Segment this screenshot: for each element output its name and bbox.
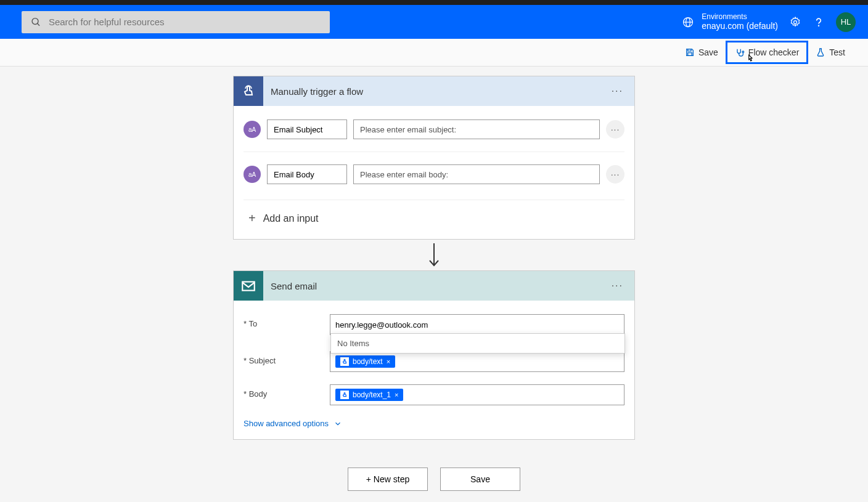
- subject-label: * Subject: [244, 351, 324, 365]
- token-trigger-icon: [340, 391, 349, 399]
- svg-point-9: [742, 51, 744, 53]
- action-card-header[interactable]: Send email ···: [234, 271, 634, 301]
- input-placeholder-field[interactable]: Please enter email subject:: [353, 119, 600, 139]
- to-label: * To: [244, 314, 324, 328]
- action-card: Send email ··· * To henry.legge@outlook.…: [233, 270, 635, 440]
- suggestions-dropdown[interactable]: No Items: [330, 333, 625, 354]
- arrow-down-icon: [427, 242, 441, 268]
- show-advanced-label: Show advanced options: [244, 419, 329, 428]
- app-header: Environments enayu.com (default) HL: [0, 5, 868, 39]
- connector-arrow: [427, 240, 441, 270]
- svg-rect-8: [688, 53, 692, 56]
- input-options-button[interactable]: ···: [606, 120, 624, 139]
- chevron-down-icon: [334, 419, 342, 428]
- save-icon: [685, 47, 695, 57]
- trigger-icon-box: [234, 76, 263, 106]
- trigger-input-row: aA Email Subject Please enter email subj…: [244, 113, 624, 145]
- browser-chrome-dark: [0, 0, 868, 5]
- search-input[interactable]: [49, 17, 321, 27]
- trigger-menu-button[interactable]: ···: [600, 86, 634, 97]
- svg-point-0: [32, 18, 38, 24]
- token-trigger-icon: [340, 357, 349, 366]
- environment-selector[interactable]: Environments enayu.com (default): [682, 12, 778, 31]
- to-field[interactable]: henry.legge@outlook.com No Items: [330, 314, 624, 335]
- help-icon[interactable]: [813, 16, 825, 28]
- action-menu-button[interactable]: ···: [600, 280, 634, 291]
- stethoscope-icon: [735, 47, 745, 57]
- action-body: * To henry.legge@outlook.com No Items * …: [234, 301, 634, 439]
- user-avatar[interactable]: HL: [836, 12, 856, 32]
- input-placeholder-field[interactable]: Please enter email body:: [353, 164, 600, 184]
- flow-checker-label: Flow checker: [748, 47, 799, 57]
- new-step-button[interactable]: + New step: [348, 468, 428, 491]
- search-box[interactable]: [22, 11, 330, 33]
- settings-icon[interactable]: [789, 16, 801, 28]
- flow-canvas: Manually trigger a flow ··· aA Email Sub…: [0, 67, 868, 502]
- test-button-label: Test: [829, 47, 845, 57]
- save-button[interactable]: Save: [678, 43, 726, 62]
- save-button-label: Save: [698, 47, 718, 57]
- environment-label: Environments: [702, 12, 778, 21]
- action-icon-box: [234, 271, 263, 301]
- globe-icon: [682, 16, 694, 28]
- token-remove-icon[interactable]: ×: [387, 358, 390, 365]
- subject-field[interactable]: body/text ×: [330, 351, 624, 372]
- toolbar: Save Flow checker Test: [0, 39, 868, 67]
- trigger-input-row: aA Email Body Please enter email body: ·…: [244, 152, 624, 190]
- text-type-badge: aA: [244, 121, 261, 138]
- to-value: henry.legge@outlook.com: [335, 320, 428, 330]
- svg-point-5: [794, 20, 797, 23]
- header-right: Environments enayu.com (default) HL: [682, 12, 856, 32]
- svg-point-6: [819, 25, 819, 26]
- dropdown-no-items: No Items: [337, 339, 369, 348]
- dynamic-token[interactable]: body/text ×: [335, 355, 395, 368]
- flow-checker-button[interactable]: Flow checker: [726, 41, 808, 64]
- trigger-body: aA Email Subject Please enter email subj…: [234, 106, 634, 239]
- add-input-button[interactable]: + Add an input: [244, 211, 624, 225]
- body-field-row: * Body body/text_1 ×: [244, 378, 624, 411]
- svg-rect-7: [688, 49, 691, 51]
- add-input-row: + Add an input: [244, 200, 624, 232]
- test-button[interactable]: Test: [808, 43, 853, 62]
- bottom-button-row: + New step Save: [348, 468, 520, 491]
- dynamic-token[interactable]: body/text_1 ×: [335, 389, 403, 401]
- flask-icon: [816, 47, 825, 57]
- plus-icon: +: [248, 211, 256, 225]
- trigger-card-header[interactable]: Manually trigger a flow ···: [234, 76, 634, 106]
- mail-icon: [240, 278, 256, 294]
- touch-icon: [241, 84, 256, 99]
- text-type-badge: aA: [244, 166, 261, 183]
- show-advanced-button[interactable]: Show advanced options: [244, 411, 624, 432]
- body-field[interactable]: body/text_1 ×: [330, 384, 624, 405]
- bottom-save-button[interactable]: Save: [440, 468, 520, 491]
- environment-name: enayu.com (default): [702, 21, 778, 31]
- body-label: * Body: [244, 384, 324, 399]
- trigger-card: Manually trigger a flow ··· aA Email Sub…: [233, 76, 635, 240]
- input-options-button[interactable]: ···: [606, 165, 624, 184]
- token-label: body/text: [353, 357, 383, 366]
- to-field-row: * To henry.legge@outlook.com No Items: [244, 308, 624, 341]
- input-name-field[interactable]: Email Body: [267, 164, 347, 184]
- add-input-label: Add an input: [263, 213, 319, 224]
- input-name-field[interactable]: Email Subject: [267, 119, 347, 139]
- trigger-title: Manually trigger a flow: [263, 86, 600, 97]
- token-remove-icon[interactable]: ×: [395, 391, 398, 399]
- svg-line-1: [38, 23, 40, 26]
- token-label: body/text_1: [353, 391, 391, 399]
- search-icon: [31, 17, 41, 28]
- action-title: Send email: [263, 281, 600, 291]
